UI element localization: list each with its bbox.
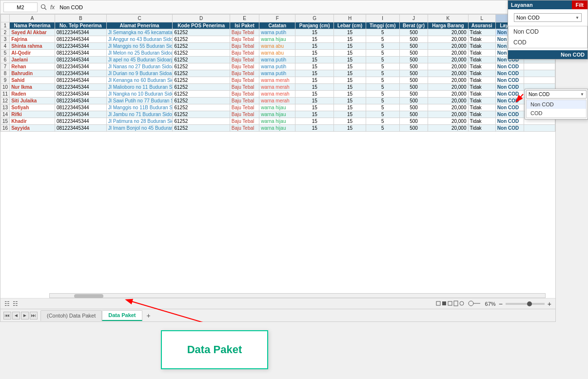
cell-alamat-4[interactable]: Jl Manggis no 55 Buduran Sidoarjo xyxy=(106,43,173,50)
cell-lebar-12[interactable]: 15 xyxy=(334,98,366,104)
cell-kode-4[interactable]: 61252 xyxy=(173,43,230,50)
col-header-I[interactable]: I xyxy=(366,15,399,22)
cell-alamat-6[interactable]: Jl apel no 45 Buduran Sidoarjo xyxy=(106,57,173,63)
cell-harga-5[interactable]: 20,000 xyxy=(428,50,468,57)
cell-nama-8[interactable]: Bahrudin xyxy=(10,70,55,77)
cell-telp-8[interactable]: 081223445344 xyxy=(55,70,106,77)
cell-isi-15[interactable]: Baju Tebal xyxy=(230,118,259,125)
cell-berat-14[interactable]: 500 xyxy=(399,111,428,118)
cell-panjang-14[interactable]: 15 xyxy=(295,111,334,118)
col-header-C[interactable]: C xyxy=(106,15,173,22)
cell-telp-5[interactable]: 081223445344 xyxy=(55,50,106,57)
cell-kode-12[interactable]: 61252 xyxy=(173,98,230,104)
cell-asuransi-16[interactable]: Tidak xyxy=(468,125,495,132)
cell-lebar-8[interactable]: 15 xyxy=(334,70,366,77)
zoom-out-icon[interactable]: − xyxy=(499,300,503,308)
cell-isi-7[interactable]: Baju Tebal xyxy=(230,63,259,70)
cell-asuransi-2[interactable]: Tidak xyxy=(468,29,495,36)
horizontal-scrollbar[interactable] xyxy=(49,293,546,298)
cell-berat-11[interactable]: 500 xyxy=(399,91,428,98)
cell-tinggi-13[interactable]: 5 xyxy=(366,104,399,111)
cell-harga-7[interactable]: 20,000 xyxy=(428,63,468,70)
cell-layanan-8[interactable]: Non COD xyxy=(495,70,524,77)
cell-nama-14[interactable]: Rifki xyxy=(10,111,55,118)
cell-isi-9[interactable]: Baju Tebal xyxy=(230,77,259,84)
cell-tinggi-6[interactable]: 5 xyxy=(366,57,399,63)
cell-tinggi-10[interactable]: 5 xyxy=(366,84,399,91)
cell-lebar-15[interactable]: 15 xyxy=(334,118,366,125)
cell-kode-5[interactable]: 61252 xyxy=(173,50,230,57)
cell-panjang-13[interactable]: 15 xyxy=(295,104,334,111)
filter-cod-option-cod[interactable]: COD xyxy=(527,109,586,118)
cell-catatan-13[interactable]: warna hijau xyxy=(259,104,295,111)
cell-harga-11[interactable]: 20,000 xyxy=(428,91,468,98)
cell-lebar-4[interactable]: 15 xyxy=(334,43,366,50)
cell-alamat-3[interactable]: Jl Anggur no 43 Buduran Sidoarjo xyxy=(106,36,173,43)
cell-telp-12[interactable]: 081223445344 xyxy=(55,98,106,104)
cell-tinggi-3[interactable]: 5 xyxy=(366,36,399,43)
cell-tinggi-4[interactable]: 5 xyxy=(366,43,399,50)
col-header-A[interactable]: A xyxy=(10,15,55,22)
cell-tinggi-14[interactable]: 5 xyxy=(366,111,399,118)
cell-harga-4[interactable]: 20,000 xyxy=(428,43,468,50)
cell-berat-12[interactable]: 500 xyxy=(399,98,428,104)
cell-berat-10[interactable]: 500 xyxy=(399,84,428,91)
cell-asuransi-11[interactable]: Tidak xyxy=(468,91,495,98)
cell-nama-2[interactable]: Sayed Al Akbar xyxy=(10,29,55,36)
cell-alamat-15[interactable]: Jl Patimura no 28 Buduran Sidoarjo xyxy=(106,118,173,125)
zoom-slider[interactable] xyxy=(506,303,545,305)
cell-panjang-5[interactable]: 15 xyxy=(295,50,334,57)
cell-catatan-16[interactable]: warna hijau xyxy=(259,125,295,132)
table-icon[interactable]: ☷ xyxy=(13,300,18,307)
cell-alamat-13[interactable]: Jl Manggis no 11B Buduran Sidoarjo xyxy=(106,104,173,111)
cell-layanan-7[interactable]: Non COD xyxy=(495,63,524,70)
cell-harga-6[interactable]: 20,000 xyxy=(428,57,468,63)
cell-reference[interactable]: M2 xyxy=(3,2,38,12)
cell-isi-10[interactable]: Baju Tebal xyxy=(230,84,259,91)
cell-tinggi-16[interactable]: 5 xyxy=(366,125,399,132)
cell-telp-4[interactable]: 081223445344 xyxy=(55,43,106,50)
cell-alamat-11[interactable]: Jl Nangka no 10 Buduran Sidoarjo xyxy=(106,91,173,98)
cell-panjang-10[interactable]: 15 xyxy=(295,84,334,91)
cell-panjang-6[interactable]: 15 xyxy=(295,57,334,63)
sheet-nav-prev[interactable]: ◄ xyxy=(12,312,20,319)
cell-catatan-7[interactable]: warna putih xyxy=(259,63,295,70)
cell-berat-6[interactable]: 500 xyxy=(399,57,428,63)
cell-lebar-14[interactable]: 15 xyxy=(334,111,366,118)
cell-catatan-8[interactable]: warna putih xyxy=(259,70,295,77)
cell-nama-3[interactable]: Fajrina xyxy=(10,36,55,43)
cell-telp-14[interactable]: 081223445344 xyxy=(55,111,106,118)
cell-catatan-3[interactable]: warna hijau xyxy=(259,36,295,43)
cell-kode-15[interactable]: 61252 xyxy=(173,118,230,125)
cell-nama-10[interactable]: Nur Ikma xyxy=(10,84,55,91)
cell-lebar-10[interactable]: 15 xyxy=(334,84,366,91)
cell-harga-10[interactable]: 20,000 xyxy=(428,84,468,91)
cell-alamat-2[interactable]: Jl Semangka no 45 kecamatan Buduran Si xyxy=(106,29,173,36)
cell-isi-6[interactable]: Baju Tebal xyxy=(230,57,259,63)
col-header-F[interactable]: F xyxy=(259,15,295,22)
cell-tinggi-15[interactable]: 5 xyxy=(366,118,399,125)
cell-alamat-14[interactable]: Jl Jambu no 71 Buduran Sidoarjo xyxy=(106,111,173,118)
cell-nama-7[interactable]: Rehan xyxy=(10,63,55,70)
cell-panjang-9[interactable]: 15 xyxy=(295,77,334,84)
cell-lebar-9[interactable]: 15 xyxy=(334,77,366,84)
col-header-E[interactable]: E xyxy=(230,15,259,22)
cell-lebar-11[interactable]: 15 xyxy=(334,91,366,98)
cell-harga-2[interactable]: 20,000 xyxy=(428,29,468,36)
cell-tinggi-11[interactable]: 5 xyxy=(366,91,399,98)
cell-telp-9[interactable]: 081223445344 xyxy=(55,77,106,84)
cell-catatan-11[interactable]: warna merah xyxy=(259,91,295,98)
cell-harga-8[interactable]: 20,000 xyxy=(428,70,468,77)
cell-alamat-8[interactable]: Jl Durian no 9 Buduran Sidoarjo xyxy=(106,70,173,77)
sheet-tab-contoh[interactable]: (Contoh) Data Paket xyxy=(40,310,102,321)
cell-lebar-2[interactable]: 15 xyxy=(334,29,366,36)
filter-cod-select-box[interactable]: Non COD ▼ xyxy=(526,90,587,99)
cell-filter-16[interactable] xyxy=(524,125,555,132)
cell-alamat-7[interactable]: Jl Nanas no 27 Buduran Sidoarjo xyxy=(106,63,173,70)
cell-harga-14[interactable]: 20,000 xyxy=(428,111,468,118)
cell-panjang-2[interactable]: 15 xyxy=(295,29,334,36)
cell-lebar-3[interactable]: 15 xyxy=(334,36,366,43)
cell-catatan-14[interactable]: warna hijau xyxy=(259,111,295,118)
cell-panjang-8[interactable]: 15 xyxy=(295,70,334,77)
cell-asuransi-13[interactable]: Tidak xyxy=(468,104,495,111)
